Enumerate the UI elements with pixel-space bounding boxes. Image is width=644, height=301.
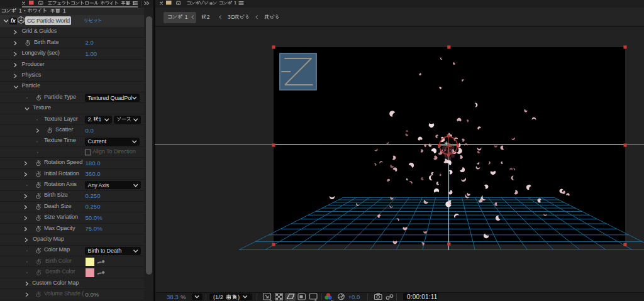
svg-text:1: 1 [63,8,66,14]
svg-text:D: D [231,14,235,20]
svg-text:1: 1 [234,0,236,6]
svg-text:1: 1 [19,8,22,14]
svg-text:1: 1 [185,14,188,20]
svg-text:3: 3 [228,14,231,20]
svg-text:2: 2 [207,14,210,20]
